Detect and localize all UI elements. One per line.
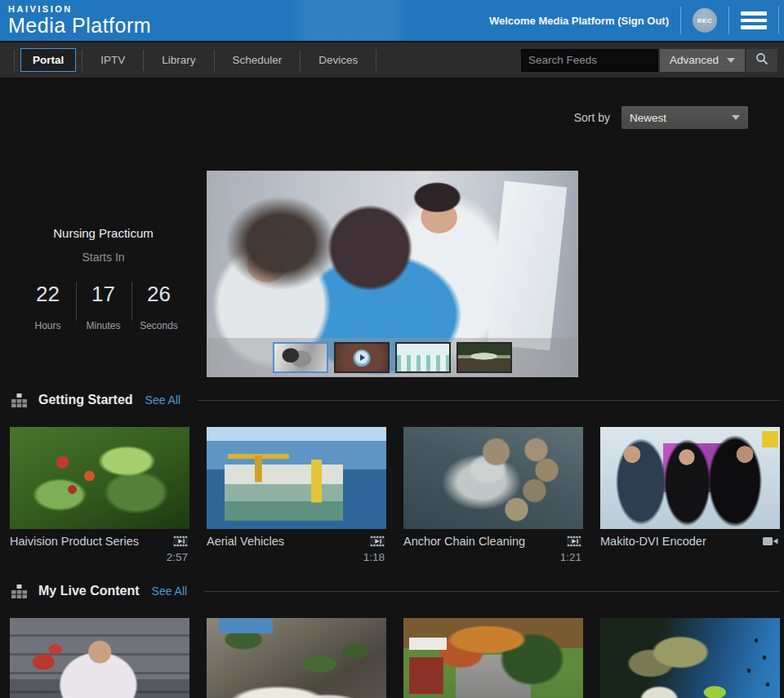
carousel-thumbnail-eye[interactable]	[334, 342, 390, 373]
brand-haivision: HAIVISION	[8, 5, 151, 14]
caret-down-icon	[727, 58, 735, 63]
video-card[interactable]: Aerial Vehicles1:18	[207, 427, 386, 564]
tab-divider	[300, 50, 301, 71]
video-thumbnail-autumn-road[interactable]	[403, 618, 583, 698]
video-title: Haivision Product Series	[10, 535, 139, 548]
search-input[interactable]	[521, 49, 658, 72]
video-thumbnail-jungle[interactable]	[10, 427, 189, 529]
tab-divider	[376, 50, 376, 71]
brand-logo: HAIVISION Media Platform	[8, 5, 151, 36]
video-title: Anchor Chain Cleaning	[403, 535, 525, 548]
tab-scheduler[interactable]: Scheduler	[220, 48, 295, 72]
rec-badge[interactable]: REC	[693, 8, 717, 33]
featured-hero: Nursing Practicum Starts In 22Hours17Min…	[0, 171, 784, 377]
video-title: Aerial Vehicles	[207, 535, 284, 548]
featured-carousel[interactable]	[207, 171, 578, 377]
sort-row: Sort by Newest	[0, 106, 784, 129]
film-icon	[173, 536, 189, 547]
video-card[interactable]	[600, 618, 780, 698]
sort-value: Newest	[630, 112, 666, 124]
advanced-button[interactable]: Advanced	[660, 49, 745, 72]
main-nav: PortalIPTVLibrarySchedulerDevices Advanc…	[0, 41, 784, 78]
tab-iptv[interactable]: IPTV	[88, 48, 137, 72]
see-all-link[interactable]: See All	[145, 393, 181, 407]
video-duration: 2:57	[10, 551, 189, 564]
countdown-title: Nursing Practicum	[53, 226, 154, 240]
carousel-thumbnail-strip	[207, 338, 577, 376]
countdown-subtitle: Starts In	[82, 251, 124, 264]
video-card[interactable]: Haivision Product Series2:57	[10, 427, 189, 564]
video-thumbnail-coral-reef[interactable]	[600, 618, 780, 698]
film-icon	[567, 536, 583, 547]
carousel-thumbnail-medical-grayscale[interactable]	[273, 342, 328, 373]
sort-by-label: Sort by	[574, 111, 610, 124]
countdown-timer: 22Hours17Minutes26Seconds	[20, 282, 187, 331]
nav-tabs: PortalIPTVLibrarySchedulerDevices	[8, 42, 382, 78]
tab-divider	[214, 50, 215, 71]
section-header: Getting StartedSee All	[11, 390, 780, 410]
video-duration	[600, 551, 780, 564]
countdown-value: 22	[20, 282, 76, 307]
content-sections: Getting StartedSee AllHaivision Product …	[0, 390, 784, 698]
portal-content: Sort by Newest Nursing Practicum Starts …	[0, 106, 784, 698]
sort-dropdown[interactable]: Newest	[621, 106, 748, 129]
camera-icon	[763, 536, 780, 546]
section-title: My Live Content	[38, 584, 140, 598]
header-divider	[778, 7, 779, 34]
header-divider	[728, 7, 729, 34]
header-divider	[680, 7, 681, 34]
countdown-unit: Hours	[20, 320, 76, 331]
tab-devices[interactable]: Devices	[306, 48, 370, 72]
content-section: Getting StartedSee AllHaivision Product …	[0, 390, 784, 564]
countdown-value: 26	[131, 282, 187, 307]
video-thumbnail-tradeshow[interactable]	[600, 427, 780, 529]
countdown-minutes: 17Minutes	[76, 282, 131, 331]
video-thumbnail-anchor-chain[interactable]	[403, 427, 583, 529]
carousel-thumbnail-hospital-ward[interactable]	[395, 342, 451, 373]
tab-library[interactable]: Library	[149, 48, 207, 72]
content-section: My Live ContentSee All	[0, 581, 784, 698]
sitemap-icon	[11, 393, 27, 407]
video-duration: 1:18	[207, 551, 386, 564]
countdown-unit: Minutes	[76, 320, 131, 331]
section-header: My Live ContentSee All	[11, 581, 780, 601]
welcome-sign-out-link[interactable]: Welcome Media Platform (Sign Out)	[489, 15, 669, 27]
video-card[interactable]	[10, 618, 189, 698]
video-thumbnail-oil-rig[interactable]	[207, 427, 386, 529]
film-icon	[370, 536, 386, 547]
search-button[interactable]	[746, 49, 777, 72]
tab-portal[interactable]: Portal	[20, 48, 76, 72]
tab-divider	[14, 50, 15, 71]
section-divider	[198, 400, 780, 401]
video-thumbnail-studio-man[interactable]	[10, 618, 189, 698]
countdown-seconds: 26Seconds	[131, 282, 187, 331]
countdown-hours: 22Hours	[20, 282, 76, 331]
section-title: Getting Started	[38, 393, 133, 407]
video-cards-row	[10, 618, 774, 698]
video-card[interactable]: Makito-DVI Encoder	[600, 427, 780, 564]
video-title: Makito-DVI Encoder	[600, 535, 706, 548]
see-all-link[interactable]: See All	[152, 585, 188, 598]
search-icon	[755, 52, 768, 68]
video-duration: 1:21	[403, 551, 583, 564]
video-card[interactable]	[403, 618, 583, 698]
menu-icon[interactable]	[741, 7, 767, 34]
video-card[interactable]	[207, 618, 386, 698]
video-thumbnail-rocky-cliff[interactable]	[207, 618, 386, 698]
countdown-value: 17	[76, 282, 131, 307]
video-card[interactable]: Anchor Chain Cleaning1:21	[403, 427, 583, 564]
carousel-thumbnail-lake[interactable]	[457, 342, 512, 373]
video-cards-row: Haivision Product Series2:57Aerial Vehic…	[10, 427, 774, 564]
sitemap-icon	[11, 585, 27, 598]
countdown-panel: Nursing Practicum Starts In 22Hours17Min…	[0, 171, 207, 377]
tab-divider	[82, 50, 82, 71]
brand-media-platform: Media Platform	[8, 16, 151, 36]
header-right: Welcome Media Platform (Sign Out) REC	[489, 7, 781, 34]
advanced-label: Advanced	[670, 54, 719, 66]
nav-search-area: Advanced	[521, 49, 777, 72]
caret-down-icon	[732, 115, 740, 120]
countdown-unit: Seconds	[131, 320, 187, 331]
section-divider	[204, 591, 780, 592]
tab-divider	[143, 50, 144, 71]
app-header: HAIVISION Media Platform Welcome Media P…	[0, 0, 784, 41]
